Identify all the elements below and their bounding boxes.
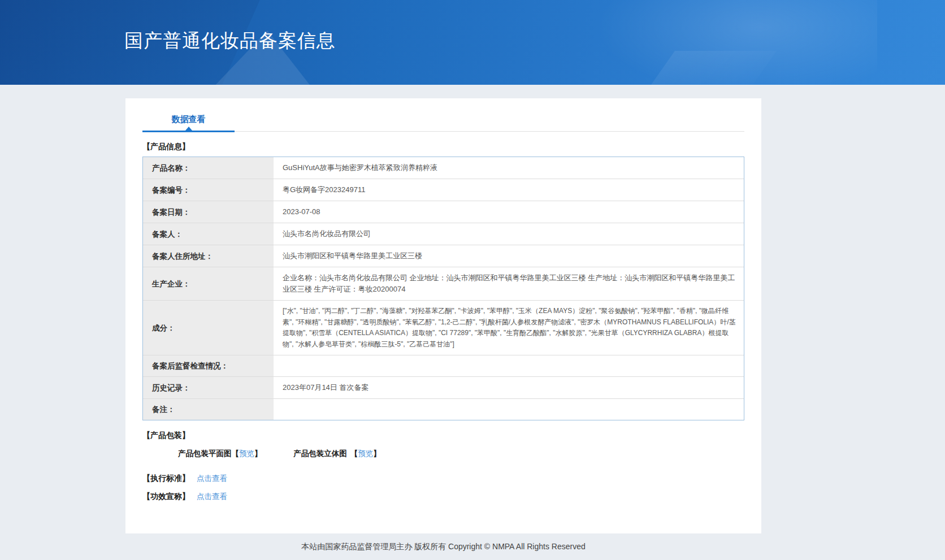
table-row-history: 历史记录： 2023年07月14日 首次备案 bbox=[143, 377, 744, 399]
efficacy-claim-view-link[interactable]: 点击查看 bbox=[197, 492, 227, 501]
table-row-product-name: 产品名称： GuSHiYutA故事与她密罗木植萃紧致润养精粹液 bbox=[143, 157, 744, 179]
row-label: 备注： bbox=[143, 399, 275, 420]
row-value: ["水", "甘油", "丙二醇", "丁二醇", "海藻糖", "对羟基苯乙酮… bbox=[275, 301, 744, 355]
packaging-stereo-preview-link[interactable]: 预览 bbox=[358, 449, 373, 458]
row-value: GuSHiYutA故事与她密罗木植萃紧致润养精粹液 bbox=[275, 157, 744, 179]
packaging-links-row: 产品包装平面图【预览】 产品包装立体图【预览】 bbox=[178, 449, 744, 459]
tab-bar: 数据查看 bbox=[142, 106, 744, 132]
bracket-open: 【 bbox=[350, 449, 358, 458]
content-card: 数据查看 【产品信息】 产品名称： GuSHiYutA故事与她密罗木植萃紧致润养… bbox=[125, 98, 761, 533]
table-row-filer: 备案人： 汕头市名尚化妆品有限公司 bbox=[143, 223, 744, 245]
row-value: 2023-07-08 bbox=[275, 201, 744, 223]
row-value bbox=[275, 399, 744, 420]
table-row-filer-address: 备案人住所地址： 汕头市潮阳区和平镇粤华路里美工业区三楼 bbox=[143, 245, 744, 267]
product-info-section-title: 【产品信息】 bbox=[142, 142, 744, 152]
row-value: 粤G妆网备字2023249711 bbox=[275, 179, 744, 201]
row-value: 企业名称：汕头市名尚化妆品有限公司 企业地址：汕头市潮阳区和平镇粤华路里美工业区… bbox=[275, 267, 744, 300]
row-label: 备案人： bbox=[143, 223, 275, 245]
packaging-flat-item: 产品包装平面图【预览】 bbox=[178, 449, 262, 459]
row-value: 汕头市潮阳区和平镇粤华路里美工业区三楼 bbox=[275, 245, 744, 267]
execution-standard-row: 【执行标准】点击查看 bbox=[142, 474, 744, 484]
execution-standard-view-link[interactable]: 点击查看 bbox=[197, 474, 227, 483]
table-row-post-filing-inspection: 备案后监督检查情况： bbox=[143, 355, 744, 377]
table-row-filing-number: 备案编号： 粤G妆网备字2023249711 bbox=[143, 179, 744, 201]
row-label: 备案编号： bbox=[143, 179, 275, 201]
tab-active-underline bbox=[142, 131, 235, 132]
footer-copyright: 本站由国家药品监督管理局主办 版权所有 Copyright © NMPA All… bbox=[125, 542, 761, 552]
execution-standard-title: 【执行标准】 bbox=[142, 474, 190, 483]
efficacy-claim-title: 【功效宣称】 bbox=[142, 492, 190, 501]
row-label: 备案后监督检查情况： bbox=[143, 355, 275, 376]
product-info-table: 产品名称： GuSHiYutA故事与她密罗木植萃紧致润养精粹液 备案编号： 粤G… bbox=[142, 157, 744, 420]
table-row-remarks: 备注： bbox=[143, 399, 744, 420]
bracket-close: 】 bbox=[373, 449, 381, 458]
page-title: 国产普通化妆品备案信息 bbox=[124, 0, 945, 54]
tab-data-view[interactable]: 数据查看 bbox=[142, 106, 235, 131]
packaging-flat-preview-link[interactable]: 预览 bbox=[239, 449, 254, 458]
packaging-section-title: 【产品包装】 bbox=[142, 431, 744, 441]
table-row-filing-date: 备案日期： 2023-07-08 bbox=[143, 201, 744, 223]
row-label: 生产企业： bbox=[143, 267, 275, 300]
row-label: 备案人住所地址： bbox=[143, 245, 275, 267]
packaging-stereo-label: 产品包装立体图 bbox=[293, 449, 347, 458]
row-label: 成分： bbox=[143, 301, 275, 355]
bracket-open: 【 bbox=[232, 449, 240, 458]
row-value: 2023年07月14日 首次备案 bbox=[275, 377, 744, 398]
table-row-ingredients: 成分： ["水", "甘油", "丙二醇", "丁二醇", "海藻糖", "对羟… bbox=[143, 301, 744, 355]
table-row-manufacturer: 生产企业： 企业名称：汕头市名尚化妆品有限公司 企业地址：汕头市潮阳区和平镇粤华… bbox=[143, 267, 744, 301]
tab-data-view-label: 数据查看 bbox=[172, 114, 206, 124]
packaging-stereo-item: 产品包装立体图【预览】 bbox=[293, 449, 381, 459]
packaging-flat-label: 产品包装平面图 bbox=[178, 449, 232, 458]
row-value bbox=[275, 355, 744, 376]
page-header: 国产普通化妆品备案信息 bbox=[0, 0, 945, 85]
bracket-close: 】 bbox=[254, 449, 262, 458]
row-label: 备案日期： bbox=[143, 201, 275, 223]
row-label: 历史记录： bbox=[143, 377, 275, 398]
row-value: 汕头市名尚化妆品有限公司 bbox=[275, 223, 744, 245]
row-label: 产品名称： bbox=[143, 157, 275, 179]
tab-active-arrow-icon bbox=[185, 127, 192, 131]
efficacy-claim-row: 【功效宣称】点击查看 bbox=[142, 492, 744, 502]
